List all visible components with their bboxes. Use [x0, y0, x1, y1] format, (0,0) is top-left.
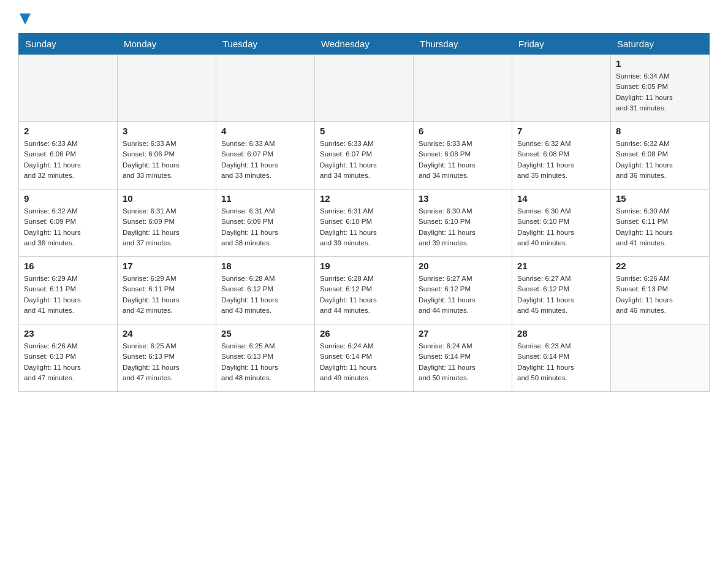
logo [18, 12, 31, 23]
calendar-week-row: 2Sunrise: 6:33 AM Sunset: 6:06 PM Daylig… [19, 122, 710, 190]
day-info: Sunrise: 6:25 AM Sunset: 6:13 PM Dayligh… [221, 341, 309, 383]
header-row: SundayMondayTuesdayWednesdayThursdayFrid… [19, 34, 710, 55]
calendar-cell: 11Sunrise: 6:31 AM Sunset: 6:09 PM Dayli… [216, 190, 315, 257]
day-info: Sunrise: 6:32 AM Sunset: 6:08 PM Dayligh… [616, 139, 704, 181]
day-info: Sunrise: 6:33 AM Sunset: 6:06 PM Dayligh… [123, 139, 211, 181]
calendar-cell: 18Sunrise: 6:28 AM Sunset: 6:12 PM Dayli… [216, 257, 315, 324]
day-number: 8 [616, 126, 704, 136]
day-info: Sunrise: 6:28 AM Sunset: 6:12 PM Dayligh… [221, 274, 309, 316]
calendar-cell: 8Sunrise: 6:32 AM Sunset: 6:08 PM Daylig… [611, 122, 710, 190]
day-number: 12 [320, 193, 408, 204]
calendar-cell [512, 55, 611, 122]
calendar-cell: 25Sunrise: 6:25 AM Sunset: 6:13 PM Dayli… [216, 324, 315, 392]
calendar-week-row: 9Sunrise: 6:32 AM Sunset: 6:09 PM Daylig… [19, 190, 710, 257]
day-number: 4 [221, 126, 309, 136]
day-of-week-header: Tuesday [216, 34, 315, 55]
calendar-cell: 17Sunrise: 6:29 AM Sunset: 6:11 PM Dayli… [118, 257, 216, 324]
day-number: 3 [123, 126, 211, 136]
day-number: 26 [320, 328, 408, 339]
calendar-cell [611, 324, 710, 392]
day-number: 14 [517, 193, 605, 204]
calendar-cell [216, 55, 315, 122]
calendar-cell: 6Sunrise: 6:33 AM Sunset: 6:08 PM Daylig… [414, 122, 512, 190]
day-info: Sunrise: 6:30 AM Sunset: 6:10 PM Dayligh… [517, 206, 605, 248]
day-info: Sunrise: 6:31 AM Sunset: 6:09 PM Dayligh… [123, 206, 211, 248]
calendar-cell [118, 55, 216, 122]
calendar-cell: 21Sunrise: 6:27 AM Sunset: 6:12 PM Dayli… [512, 257, 611, 324]
day-number: 24 [123, 328, 211, 339]
logo-arrow-icon [20, 13, 31, 26]
day-info: Sunrise: 6:27 AM Sunset: 6:12 PM Dayligh… [419, 274, 507, 316]
calendar-table: SundayMondayTuesdayWednesdayThursdayFrid… [18, 33, 710, 392]
calendar-week-row: 1Sunrise: 6:34 AM Sunset: 6:05 PM Daylig… [19, 55, 710, 122]
svg-marker-0 [20, 13, 31, 25]
calendar-cell: 2Sunrise: 6:33 AM Sunset: 6:06 PM Daylig… [19, 122, 118, 190]
day-number: 16 [24, 261, 112, 271]
day-number: 28 [517, 328, 605, 339]
calendar-cell: 12Sunrise: 6:31 AM Sunset: 6:10 PM Dayli… [315, 190, 414, 257]
day-number: 9 [24, 193, 112, 204]
day-info: Sunrise: 6:29 AM Sunset: 6:11 PM Dayligh… [24, 274, 112, 316]
calendar-cell [19, 55, 118, 122]
day-info: Sunrise: 6:24 AM Sunset: 6:14 PM Dayligh… [320, 341, 408, 383]
day-number: 1 [616, 58, 704, 69]
calendar-cell: 28Sunrise: 6:23 AM Sunset: 6:14 PM Dayli… [512, 324, 611, 392]
day-number: 22 [616, 261, 704, 271]
day-number: 21 [517, 261, 605, 271]
day-number: 20 [419, 261, 507, 271]
calendar-cell: 4Sunrise: 6:33 AM Sunset: 6:07 PM Daylig… [216, 122, 315, 190]
day-info: Sunrise: 6:23 AM Sunset: 6:14 PM Dayligh… [517, 341, 605, 383]
calendar-cell: 26Sunrise: 6:24 AM Sunset: 6:14 PM Dayli… [315, 324, 414, 392]
day-number: 19 [320, 261, 408, 271]
day-info: Sunrise: 6:33 AM Sunset: 6:08 PM Dayligh… [419, 139, 507, 181]
day-info: Sunrise: 6:26 AM Sunset: 6:13 PM Dayligh… [24, 341, 112, 383]
calendar-week-row: 16Sunrise: 6:29 AM Sunset: 6:11 PM Dayli… [19, 257, 710, 324]
calendar-cell: 22Sunrise: 6:26 AM Sunset: 6:13 PM Dayli… [611, 257, 710, 324]
calendar-cell: 3Sunrise: 6:33 AM Sunset: 6:06 PM Daylig… [118, 122, 216, 190]
day-of-week-header: Thursday [414, 34, 512, 55]
day-info: Sunrise: 6:32 AM Sunset: 6:09 PM Dayligh… [24, 206, 112, 248]
calendar-cell: 20Sunrise: 6:27 AM Sunset: 6:12 PM Dayli… [414, 257, 512, 324]
day-info: Sunrise: 6:31 AM Sunset: 6:10 PM Dayligh… [320, 206, 408, 248]
day-number: 23 [24, 328, 112, 339]
day-number: 11 [221, 193, 309, 204]
day-number: 18 [221, 261, 309, 271]
calendar-cell: 23Sunrise: 6:26 AM Sunset: 6:13 PM Dayli… [19, 324, 118, 392]
calendar-week-row: 23Sunrise: 6:26 AM Sunset: 6:13 PM Dayli… [19, 324, 710, 392]
day-info: Sunrise: 6:31 AM Sunset: 6:09 PM Dayligh… [221, 206, 309, 248]
day-number: 6 [419, 126, 507, 136]
day-info: Sunrise: 6:29 AM Sunset: 6:11 PM Dayligh… [123, 274, 211, 316]
calendar-cell: 14Sunrise: 6:30 AM Sunset: 6:10 PM Dayli… [512, 190, 611, 257]
calendar-cell: 19Sunrise: 6:28 AM Sunset: 6:12 PM Dayli… [315, 257, 414, 324]
day-info: Sunrise: 6:33 AM Sunset: 6:07 PM Dayligh… [320, 139, 408, 181]
calendar-cell: 16Sunrise: 6:29 AM Sunset: 6:11 PM Dayli… [19, 257, 118, 324]
day-number: 13 [419, 193, 507, 204]
day-info: Sunrise: 6:28 AM Sunset: 6:12 PM Dayligh… [320, 274, 408, 316]
day-of-week-header: Monday [118, 34, 216, 55]
day-of-week-header: Sunday [19, 34, 118, 55]
calendar-cell: 24Sunrise: 6:25 AM Sunset: 6:13 PM Dayli… [118, 324, 216, 392]
calendar-cell: 1Sunrise: 6:34 AM Sunset: 6:05 PM Daylig… [611, 55, 710, 122]
day-info: Sunrise: 6:26 AM Sunset: 6:13 PM Dayligh… [616, 274, 704, 316]
day-info: Sunrise: 6:30 AM Sunset: 6:10 PM Dayligh… [419, 206, 507, 248]
day-number: 15 [616, 193, 704, 204]
day-number: 27 [419, 328, 507, 339]
day-number: 5 [320, 126, 408, 136]
day-info: Sunrise: 6:30 AM Sunset: 6:11 PM Dayligh… [616, 206, 704, 248]
header [18, 12, 710, 23]
day-info: Sunrise: 6:24 AM Sunset: 6:14 PM Dayligh… [419, 341, 507, 383]
calendar-cell: 15Sunrise: 6:30 AM Sunset: 6:11 PM Dayli… [611, 190, 710, 257]
day-of-week-header: Friday [512, 34, 611, 55]
calendar-cell: 7Sunrise: 6:32 AM Sunset: 6:08 PM Daylig… [512, 122, 611, 190]
day-number: 17 [123, 261, 211, 271]
day-number: 7 [517, 126, 605, 136]
day-info: Sunrise: 6:33 AM Sunset: 6:07 PM Dayligh… [221, 139, 309, 181]
calendar-cell: 27Sunrise: 6:24 AM Sunset: 6:14 PM Dayli… [414, 324, 512, 392]
day-of-week-header: Wednesday [315, 34, 414, 55]
calendar-cell: 9Sunrise: 6:32 AM Sunset: 6:09 PM Daylig… [19, 190, 118, 257]
calendar-cell: 5Sunrise: 6:33 AM Sunset: 6:07 PM Daylig… [315, 122, 414, 190]
day-of-week-header: Saturday [611, 34, 710, 55]
calendar-cell [315, 55, 414, 122]
day-info: Sunrise: 6:32 AM Sunset: 6:08 PM Dayligh… [517, 139, 605, 181]
calendar-cell: 13Sunrise: 6:30 AM Sunset: 6:10 PM Dayli… [414, 190, 512, 257]
